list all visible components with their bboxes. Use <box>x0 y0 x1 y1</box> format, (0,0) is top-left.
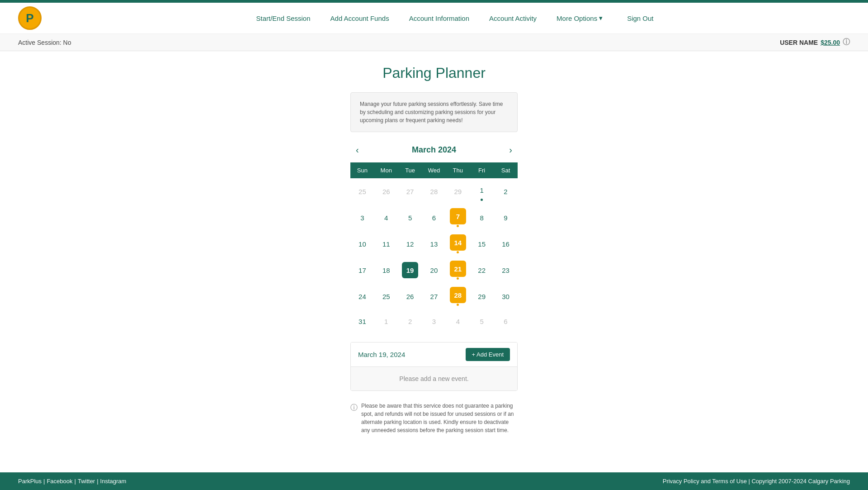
description-box: Manage your future parking sessions effo… <box>350 92 518 132</box>
empty-event-message: Please add a new event. <box>399 375 468 382</box>
user-info: USER NAME $25.00 ⓘ <box>780 38 850 47</box>
calendar-day[interactable]: 12 <box>398 231 422 257</box>
calendar-day[interactable]: 9 <box>494 205 518 231</box>
footer-link-instagram[interactable]: Instagram <box>100 478 127 485</box>
calendar-day[interactable]: 14 <box>446 231 470 257</box>
selected-date: March 19, 2024 <box>358 351 405 358</box>
footer: ParkPlus | Facebook | Twitter | Instagra… <box>0 472 868 490</box>
user-name-label: USER NAME <box>780 39 818 46</box>
account-balance[interactable]: $25.00 <box>821 39 840 46</box>
footer-copyright: Privacy Policy and Terms of Use | Copyri… <box>663 478 850 485</box>
footer-link-parkplus[interactable]: ParkPlus <box>18 478 42 485</box>
calendar-day: 26 <box>374 178 398 205</box>
calendar-day[interactable]: 17 <box>350 257 374 283</box>
logo-letter: P <box>26 11 33 25</box>
sub-header: Active Session: No USER NAME $25.00 ⓘ <box>0 34 868 51</box>
calendar-day[interactable]: 19 <box>398 257 422 283</box>
event-body: Please add a new event. <box>351 366 517 390</box>
calendar-day: 2 <box>398 309 422 333</box>
chevron-down-icon: ▾ <box>599 14 603 22</box>
info-icon[interactable]: ⓘ <box>843 38 850 47</box>
calendar-day[interactable]: 4 <box>374 205 398 231</box>
disclaimer-info-icon: ⓘ <box>350 402 358 413</box>
calendar-day[interactable]: 26 <box>398 283 422 309</box>
nav-account-activity[interactable]: Account Activity <box>479 14 547 22</box>
calendar-day: 1 <box>374 309 398 333</box>
calendar-day[interactable]: 3 <box>350 205 374 231</box>
calendar-day: 3 <box>422 309 446 333</box>
calendar-day: 27 <box>398 178 422 205</box>
calendar-day: 6 <box>494 309 518 333</box>
calendar-day[interactable]: 21 <box>446 257 470 283</box>
calendar-day[interactable]: 18 <box>374 257 398 283</box>
calendar-day[interactable]: 16 <box>494 231 518 257</box>
calendar-day[interactable]: 1 <box>470 178 494 205</box>
logo[interactable]: P <box>18 6 42 30</box>
calendar-day[interactable]: 11 <box>374 231 398 257</box>
col-thu: Thu <box>446 162 470 178</box>
footer-link-twitter[interactable]: Twitter <box>78 478 95 485</box>
calendar-day: 25 <box>350 178 374 205</box>
active-session-label: Active Session: No <box>18 39 71 46</box>
calendar-day[interactable]: 20 <box>422 257 446 283</box>
calendar-day[interactable]: 6 <box>422 205 446 231</box>
calendar-table: Sun Mon Tue Wed Thu Fri Sat 252627282912… <box>350 162 518 333</box>
calendar-day[interactable]: 7 <box>446 205 470 231</box>
calendar-day: 5 <box>470 309 494 333</box>
calendar-day[interactable]: 15 <box>470 231 494 257</box>
col-tue: Tue <box>398 162 422 178</box>
calendar-day: 4 <box>446 309 470 333</box>
disclaimer: ⓘ Please be aware that this service does… <box>350 402 518 434</box>
nav-sign-out[interactable]: Sign Out <box>617 14 663 22</box>
main-nav: Start/End Session Add Account Funds Acco… <box>60 14 850 22</box>
calendar-day[interactable]: 25 <box>374 283 398 309</box>
col-sat: Sat <box>494 162 518 178</box>
header: P Start/End Session Add Account Funds Ac… <box>0 3 868 34</box>
nav-start-end-session[interactable]: Start/End Session <box>246 14 320 22</box>
nav-add-account-funds[interactable]: Add Account Funds <box>321 14 399 22</box>
calendar-day[interactable]: 28 <box>446 283 470 309</box>
calendar-nav: ‹ March 2024 › <box>350 143 518 157</box>
main-content: Parking Planner Manage your future parki… <box>0 51 868 472</box>
calendar-day[interactable]: 24 <box>350 283 374 309</box>
calendar-day[interactable]: 13 <box>422 231 446 257</box>
footer-links: ParkPlus | Facebook | Twitter | Instagra… <box>18 478 126 485</box>
calendar-day: 29 <box>446 178 470 205</box>
calendar-day[interactable]: 23 <box>494 257 518 283</box>
calendar-day[interactable]: 31 <box>350 309 374 333</box>
event-header: March 19, 2024 + Add Event <box>351 343 517 366</box>
calendar-day[interactable]: 10 <box>350 231 374 257</box>
nav-more-options[interactable]: More Options ▾ <box>547 14 613 22</box>
col-mon: Mon <box>374 162 398 178</box>
calendar-day[interactable]: 2 <box>494 178 518 205</box>
col-fri: Fri <box>470 162 494 178</box>
calendar-container: ‹ March 2024 › Sun Mon Tue Wed Thu Fri S… <box>350 143 518 333</box>
calendar-day[interactable]: 22 <box>470 257 494 283</box>
nav-account-information[interactable]: Account Information <box>399 14 479 22</box>
calendar-day[interactable]: 27 <box>422 283 446 309</box>
month-title: March 2024 <box>412 145 456 155</box>
col-wed: Wed <box>422 162 446 178</box>
event-section: March 19, 2024 + Add Event Please add a … <box>350 342 518 391</box>
next-month-button[interactable]: › <box>505 143 516 157</box>
calendar-day[interactable]: 29 <box>470 283 494 309</box>
footer-link-facebook[interactable]: Facebook <box>47 478 72 485</box>
add-event-button[interactable]: + Add Event <box>466 348 510 361</box>
calendar-day[interactable]: 30 <box>494 283 518 309</box>
page-title: Parking Planner <box>382 65 486 81</box>
calendar-day: 28 <box>422 178 446 205</box>
prev-month-button[interactable]: ‹ <box>352 143 363 157</box>
col-sun: Sun <box>350 162 374 178</box>
calendar-day[interactable]: 8 <box>470 205 494 231</box>
disclaimer-text: Please be aware that this service does n… <box>361 402 518 434</box>
calendar-day[interactable]: 5 <box>398 205 422 231</box>
